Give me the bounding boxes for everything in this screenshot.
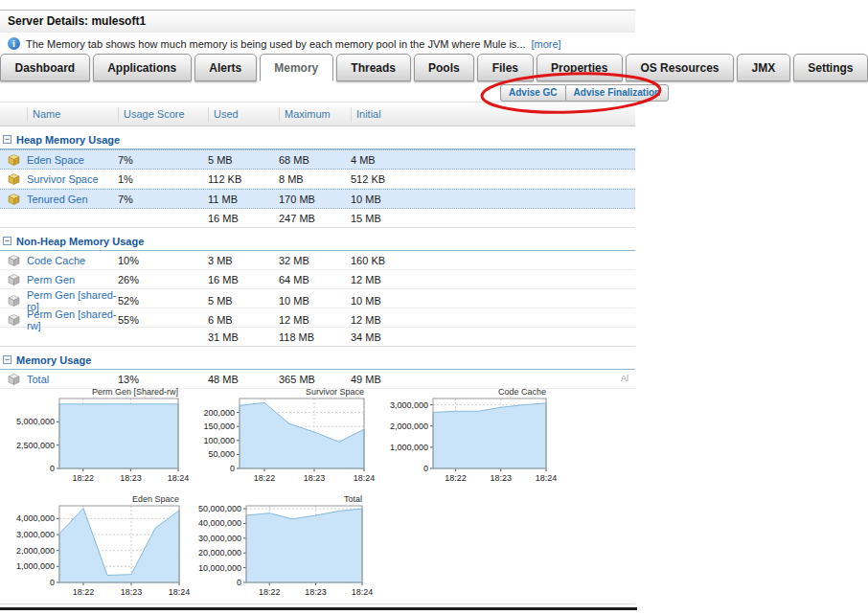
table-row: Code Cache10%3 MB32 MB160 KB [0,251,635,270]
advise-finalization-button[interactable]: Advise Finalization [565,84,670,102]
tab-settings[interactable]: Settings [793,54,868,81]
svg-text:18:24: 18:24 [352,587,374,597]
tab-files[interactable]: Files [477,54,533,81]
svg-text:5,000,000: 5,000,000 [16,417,55,426]
section-header-memory-usage[interactable]: −Memory Usage [0,351,635,370]
bottom-divider-dark [0,607,637,610]
svg-text:18:22: 18:22 [73,587,95,597]
initial-value: 160 KB [351,255,635,266]
svg-text:0: 0 [237,578,241,587]
used-value: 11 MB [208,194,279,205]
table-row: Perm Gen [shared-rw]55%6 MB12 MB12 MB [0,308,635,328]
svg-text:18:22: 18:22 [445,473,467,483]
collapse-icon: − [3,355,11,364]
table-row: Tenured Gen7%11 MB170 MB10 MB [0,189,635,209]
svg-text:Perm Gen [Shared-rw]: Perm Gen [Shared-rw] [92,387,178,397]
more-link[interactable]: [more] [532,38,561,50]
column-header-maximum[interactable]: Maximum [279,107,351,122]
table-row: Eden Space7%5 MB68 MB4 MB [0,149,635,170]
svg-text:100,000: 100,000 [203,436,235,445]
advise-toolbar: Advise GCAdvise Finalization [500,84,669,102]
info-icon: i [8,37,20,50]
pool-name-link[interactable]: Total [27,374,118,385]
maximum-value: 170 MB [279,194,351,205]
svg-text:18:24: 18:24 [354,473,376,483]
chart-code-cache: Code Cache01,000,0002,000,0003,000,00018… [377,385,560,490]
section-header-heap-memory-usage[interactable]: −Heap Memory Usage [0,130,635,149]
gray-cube-icon [8,295,20,307]
svg-text:0: 0 [423,464,428,473]
totals-used: 16 MB [208,213,279,224]
tab-properties[interactable]: Properties [537,54,623,81]
totals-used: 31 MB [208,331,279,343]
svg-text:18:22: 18:22 [73,473,95,483]
usage-score-value: 52% [118,295,208,307]
pool-name-link[interactable]: Code Cache [27,255,118,266]
icon-column-header [0,107,27,122]
svg-text:0: 0 [50,464,55,473]
initial-value: 10 MB [351,295,635,307]
svg-text:20,000,000: 20,000,000 [198,548,241,558]
pool-name-link[interactable]: Tenured Gen [27,194,118,205]
collapse-icon: − [3,135,11,144]
table-row: Survivor Space1%112 KB8 MB512 KB [0,170,635,189]
table-row: Perm Gen26%16 MB64 MB12 MB [0,270,635,289]
column-header-used[interactable]: Used [208,107,279,122]
maximum-value: 32 MB [279,255,351,266]
pool-name-link[interactable]: Eden Space [27,154,118,166]
totals-maximum: 247 MB [279,213,351,224]
svg-text:0: 0 [230,464,235,473]
initial-value: 10 MB [351,194,635,205]
svg-text:0: 0 [50,578,55,587]
tab-pools[interactable]: Pools [414,54,475,81]
pool-name-link[interactable]: Survivor Space [27,173,118,185]
svg-text:3,000,000: 3,000,000 [390,400,428,410]
column-header-initial[interactable]: Initial [351,107,635,122]
svg-text:200,000: 200,000 [203,408,235,418]
table-header-row: NameUsage ScoreUsedMaximumInitial [0,102,635,126]
maximum-value: 68 MB [279,154,351,166]
tab-threads[interactable]: Threads [336,54,411,81]
svg-text:150,000: 150,000 [203,421,235,431]
gray-cube-icon [8,274,20,285]
used-value: 5 MB [208,295,279,307]
usage-score-value: 7% [118,154,208,166]
used-value: 112 KB [208,173,279,185]
column-header-usage-score[interactable]: Usage Score [118,107,208,122]
pool-name-link[interactable]: Perm Gen [shared-rw] [27,308,118,331]
tab-applications[interactable]: Applications [93,54,192,81]
svg-text:10,000,000: 10,000,000 [198,563,241,573]
tab-dashboard[interactable]: Dashboard [0,54,90,81]
table-body: −Heap Memory UsageEden Space7%5 MB68 MB4… [0,130,635,389]
initial-value: 49 MB [351,374,635,385]
used-value: 5 MB [208,154,279,166]
pool-name-link[interactable]: Perm Gen [27,274,118,285]
svg-text:2,500,000: 2,500,000 [16,441,55,450]
advise-gc-button[interactable]: Advise GC [500,84,565,102]
svg-text:1,000,000: 1,000,000 [390,443,428,452]
collapse-icon: − [3,237,11,245]
initial-value: 4 MB [351,154,635,166]
column-header-name[interactable]: Name [27,107,118,122]
gold-cube-icon [8,154,20,166]
svg-text:18:23: 18:23 [120,473,142,483]
usage-score-value: 10% [118,255,208,266]
tab-os-resources[interactable]: OS Resources [626,54,734,81]
initial-value: 12 MB [351,274,635,285]
svg-text:2,000,000: 2,000,000 [16,546,55,556]
svg-text:50,000: 50,000 [208,449,235,459]
tab-jmx[interactable]: JMX [737,54,790,81]
gold-cube-icon [8,194,20,205]
tab-bar: DashboardApplicationsAlertsMemoryThreads… [0,54,868,81]
maximum-value: 12 MB [279,314,351,326]
server-details-page: Server Details: mulesoft1 i The Memory t… [0,0,868,615]
tab-alerts[interactable]: Alerts [194,54,257,81]
info-text: The Memory tab shows how much memory is … [26,38,526,50]
svg-text:Code Cache: Code Cache [498,387,546,397]
bottom-divider-light [0,604,635,604]
section-header-non-heap-memory-usage[interactable]: −Non-Heap Memory Usage [0,232,635,251]
tab-memory[interactable]: Memory [260,54,333,81]
totals-initial: 15 MB [351,213,635,224]
section-title: Non-Heap Memory Usage [16,236,144,247]
svg-text:30,000,000: 30,000,000 [198,534,241,543]
